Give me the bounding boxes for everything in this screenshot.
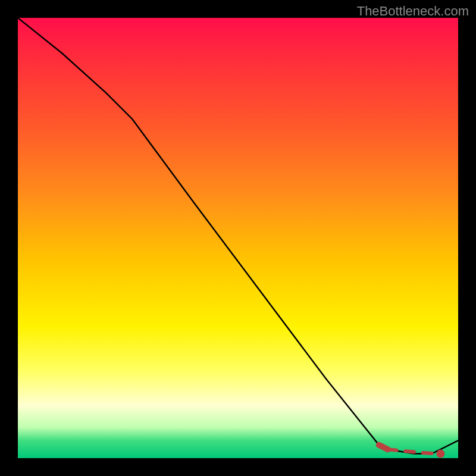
chart-canvas [18,18,458,458]
optimal-point-marker [436,450,444,458]
chart-svg [18,18,458,458]
bottleneck-curve [18,18,458,454]
optimal-dashed-segment [388,449,432,453]
watermark-text: TheBottleneck.com [357,4,469,19]
